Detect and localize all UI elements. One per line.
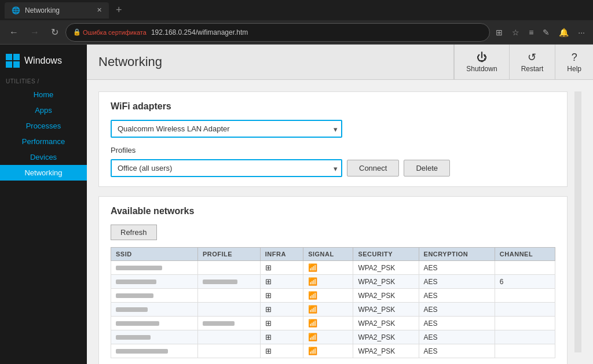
profile-bar xyxy=(203,321,235,326)
cell-ssid xyxy=(111,303,198,317)
menu-button[interactable]: ≡ xyxy=(525,25,537,39)
back-button[interactable]: ← xyxy=(5,25,23,40)
cell-infra: ⊞ xyxy=(260,317,303,330)
col-channel: CHANNEL xyxy=(495,248,555,261)
forward-button[interactable]: → xyxy=(25,25,44,40)
address-bar[interactable]: 🔒 Ошибка сертификата 192.168.0.254/wifim… xyxy=(65,23,490,42)
cell-profile xyxy=(197,275,260,289)
collections-button[interactable]: ⊞ xyxy=(492,25,506,39)
cell-ssid xyxy=(111,344,198,358)
infra-icon: ⊞ xyxy=(265,277,272,286)
browser-chrome: 🌐 Networking ✕ + ← → ↻ 🔒 Ошибка сертифик… xyxy=(0,0,593,45)
windows-logo: Windows xyxy=(0,47,87,75)
cell-channel xyxy=(495,330,555,344)
cell-ssid xyxy=(111,261,198,275)
restart-label: Restart xyxy=(521,65,544,73)
scrollbar-track[interactable] xyxy=(574,91,581,352)
connect-button[interactable]: Connect xyxy=(347,160,399,177)
delete-button[interactable]: Delete xyxy=(404,160,450,177)
signal-icon: 📶 xyxy=(308,319,317,328)
ssid-bar xyxy=(116,321,159,326)
sidebar-item-networking[interactable]: Networking xyxy=(0,165,87,181)
header-actions: ⏻ Shutdown ↺ Restart ? Help xyxy=(453,45,593,79)
cell-infra: ⊞ xyxy=(260,275,303,289)
restart-button[interactable]: ↺ Restart xyxy=(509,45,555,79)
page-refresh-button[interactable]: ↻ xyxy=(46,24,63,40)
available-networks-title: Available networks xyxy=(111,206,555,216)
shutdown-button[interactable]: ⏻ Shutdown xyxy=(454,45,508,79)
new-tab-button[interactable]: + xyxy=(111,4,127,16)
signal-icon: 📶 xyxy=(308,291,317,300)
cell-ssid xyxy=(111,275,198,289)
ssid-bar xyxy=(116,266,162,270)
url-text: 192.168.0.254/wifimanager.htm xyxy=(151,28,248,36)
windows-logo-icon xyxy=(6,54,20,68)
cell-encryption: AES xyxy=(419,344,495,358)
notifications-button[interactable]: 🔔 xyxy=(555,25,572,39)
signal-icon: 📶 xyxy=(308,305,317,314)
more-button[interactable]: ··· xyxy=(574,25,588,39)
cert-error-text: Ошибка сертификата xyxy=(83,29,147,36)
sidebar-item-home[interactable]: Home xyxy=(0,87,87,102)
table-row: ⊞📶WPA2_PSKAES6 xyxy=(111,275,555,289)
sidebar-item-devices[interactable]: Devices xyxy=(0,149,87,165)
signal-icon: 📶 xyxy=(308,333,317,341)
profiles-select[interactable]: Office (all users) xyxy=(111,159,342,177)
logo-sq-3 xyxy=(6,61,12,68)
sidebar-item-processes[interactable]: Processes xyxy=(0,118,87,134)
adapter-select[interactable]: Qualcomm Wireless LAN Adapter xyxy=(111,120,342,138)
col-signal: SIGNAL xyxy=(303,248,353,261)
col-ssid: SSID xyxy=(111,248,198,261)
cell-encryption: AES xyxy=(419,317,495,330)
nav-actions: ⊞ ☆ ≡ ✎ 🔔 ··· xyxy=(492,25,588,39)
signal-icon: 📶 xyxy=(308,277,317,286)
cell-channel xyxy=(495,261,555,275)
infra-icon: ⊞ xyxy=(265,263,272,272)
bookmark-button[interactable]: ☆ xyxy=(508,25,523,39)
cell-channel xyxy=(495,289,555,303)
cell-security: WPA2_PSK xyxy=(353,303,419,317)
cell-encryption: AES xyxy=(419,261,495,275)
tab-title: Networking xyxy=(25,6,92,14)
tab-bar: 🌐 Networking ✕ + xyxy=(0,0,593,20)
cell-signal: 📶 xyxy=(303,344,353,358)
networks-table: SSID PROFILE INFRA SIGNAL SECURITY ENCRY… xyxy=(111,247,555,358)
cell-encryption: AES xyxy=(419,289,495,303)
ssid-bar xyxy=(116,349,168,354)
cell-profile xyxy=(197,317,260,330)
active-tab[interactable]: 🌐 Networking ✕ xyxy=(5,2,109,19)
networks-table-header-row: SSID PROFILE INFRA SIGNAL SECURITY ENCRY… xyxy=(111,248,555,261)
sidebar: Windows UTILITIES / Home Apps Processes … xyxy=(0,45,87,364)
tab-close-btn[interactable]: ✕ xyxy=(97,6,102,14)
cell-infra: ⊞ xyxy=(260,289,303,303)
cell-profile xyxy=(197,261,260,275)
cell-signal: 📶 xyxy=(303,303,353,317)
profiles-row: Office (all users) ▾ Connect Delete xyxy=(111,159,555,177)
infra-icon: ⊞ xyxy=(265,347,272,355)
networks-refresh-button[interactable]: Refresh xyxy=(111,225,157,240)
networks-table-head: SSID PROFILE INFRA SIGNAL SECURITY ENCRY… xyxy=(111,248,555,261)
table-row: ⊞📶WPA2_PSKAES xyxy=(111,303,555,317)
page-title: Networking xyxy=(87,47,453,76)
restart-icon: ↺ xyxy=(528,51,536,64)
table-row: ⊞📶WPA2_PSKAES xyxy=(111,261,555,275)
sidebar-item-apps[interactable]: Apps xyxy=(0,102,87,118)
col-infra: INFRA xyxy=(260,248,303,261)
logo-text: Windows xyxy=(24,56,62,66)
help-button[interactable]: ? Help xyxy=(555,45,593,79)
profiles-select-wrapper: Office (all users) ▾ xyxy=(111,159,342,177)
infra-icon: ⊞ xyxy=(265,333,272,341)
shutdown-label: Shutdown xyxy=(466,65,497,73)
logo-sq-1 xyxy=(6,54,12,60)
cell-security: WPA2_PSK xyxy=(353,317,419,330)
cell-profile xyxy=(197,344,260,358)
cell-encryption: AES xyxy=(419,330,495,344)
edit-button[interactable]: ✎ xyxy=(539,25,553,39)
utilities-label: UTILITIES / xyxy=(0,75,87,87)
cell-infra: ⊞ xyxy=(260,344,303,358)
profile-bar xyxy=(203,280,237,284)
table-row: ⊞📶WPA2_PSKAES xyxy=(111,330,555,344)
shutdown-icon: ⏻ xyxy=(477,52,487,64)
cell-infra: ⊞ xyxy=(260,330,303,344)
sidebar-item-performance[interactable]: Performance xyxy=(0,134,87,149)
